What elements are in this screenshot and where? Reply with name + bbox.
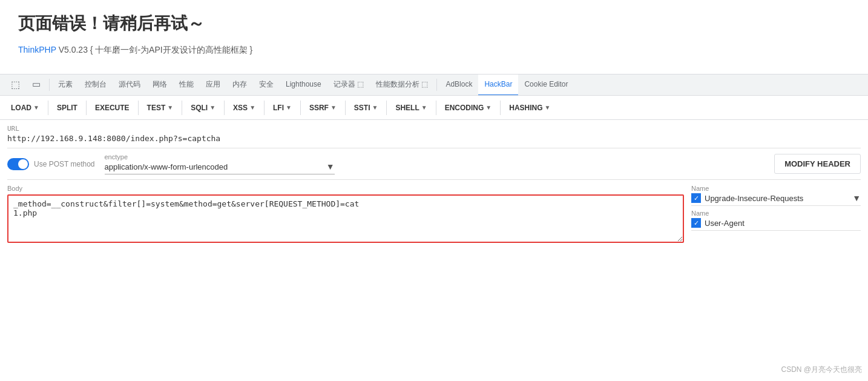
hackbar-content: URL http://192.168.9.148:8080/index.php?… (0, 120, 868, 250)
tab-separator-2 (436, 79, 437, 91)
page-subtitle: ThinkPHP V5.0.23 { 十年磨一剑-为API开发设计的高性能框架 … (18, 45, 850, 56)
tab-cookie-editor[interactable]: Cookie Editor (518, 74, 574, 96)
tab-console[interactable]: 控制台 (79, 74, 113, 96)
body-textarea[interactable]: _method=__construct&filter[]=system&meth… (7, 194, 684, 243)
toolbar-divider-7 (300, 101, 301, 115)
enctype-label: enctype (105, 153, 765, 161)
encoding-arrow-icon: ▼ (485, 104, 492, 111)
page-title: 页面错误！请稍后再试～ (18, 12, 850, 35)
test-arrow-icon: ▼ (167, 104, 173, 111)
tab-adblock[interactable]: AdBlock (439, 74, 478, 96)
header-item-1: Name ✓ Upgrade-Insecure-Requests ▼ (691, 185, 861, 206)
modify-header-button[interactable]: MODIFY HEADER (774, 154, 861, 174)
tab-recorder[interactable]: 记录器 ⬚ (327, 74, 370, 96)
ssti-button[interactable]: SSTI ▼ (348, 98, 384, 118)
shell-arrow-icon: ▼ (421, 104, 427, 111)
enctype-value: application/x-www-form-urlencoded (105, 162, 228, 171)
subtitle-text: V5.0.23 { 十年磨一剑-为API开发设计的高性能框架 } (56, 45, 252, 55)
url-section: URL http://192.168.9.148:8080/index.php?… (7, 125, 861, 148)
load-arrow-icon: ▼ (33, 104, 39, 111)
header-checkbox-2[interactable]: ✓ (691, 218, 701, 228)
devtools-tabs: ⬚ ▭ 元素 控制台 源代码 网络 性能 应用 内存 安全 Lighthouse… (0, 74, 868, 96)
header-value-2: User-Agent (705, 219, 861, 228)
body-label: Body (7, 185, 684, 192)
header-value-1: Upgrade-Insecure-Requests (705, 194, 849, 203)
tab-lighthouse[interactable]: Lighthouse (280, 74, 327, 96)
url-label: URL (7, 125, 861, 133)
test-button[interactable]: TEST ▼ (141, 98, 180, 118)
enctype-section: enctype application/x-www-form-urlencode… (105, 153, 765, 174)
toolbar-divider-2 (86, 101, 87, 115)
xss-button[interactable]: XSS ▼ (227, 98, 261, 118)
ssti-arrow-icon: ▼ (372, 104, 378, 111)
xss-arrow-icon: ▼ (249, 104, 255, 111)
toolbar-divider-6 (264, 101, 265, 115)
tab-sources[interactable]: 源代码 (113, 74, 146, 96)
body-section: Body _method=__construct&filter[]=system… (7, 185, 861, 245)
sqli-button[interactable]: SQLI ▼ (185, 98, 222, 118)
thinkphp-link[interactable]: ThinkPHP (18, 45, 56, 55)
tab-inspect-icon[interactable]: ⬚ (5, 74, 26, 96)
tab-hackbar[interactable]: HackBar (478, 74, 518, 96)
header-row-1: ✓ Upgrade-Insecure-Requests ▼ (691, 193, 861, 206)
method-row: Use POST method enctype application/x-ww… (7, 153, 861, 180)
header-item-2: Name ✓ User-Agent (691, 210, 861, 231)
hashing-arrow-icon: ▼ (545, 104, 551, 111)
tab-separator (49, 79, 50, 91)
tab-performance-insights[interactable]: 性能数据分析 ⬚ (370, 74, 434, 96)
tab-network[interactable]: 网络 (146, 74, 173, 96)
load-button[interactable]: LOAD ▼ (5, 98, 45, 118)
lfi-arrow-icon: ▼ (286, 104, 292, 111)
tab-elements[interactable]: 元素 (52, 74, 79, 96)
post-method-toggle[interactable] (7, 158, 29, 170)
header-checkbox-1[interactable]: ✓ (691, 193, 701, 203)
enctype-select[interactable]: application/x-www-form-urlencoded ▼ (105, 162, 335, 174)
lfi-button[interactable]: LFI ▼ (267, 98, 298, 118)
tab-security[interactable]: 安全 (253, 74, 280, 96)
sqli-arrow-icon: ▼ (209, 104, 215, 111)
header-name-label-1: Name (691, 185, 861, 192)
url-value: http://192.168.9.148:8080/index.php?s=ca… (7, 134, 861, 143)
header-dropdown-icon-1: ▼ (852, 193, 861, 203)
inspect-icon: ⬚ (11, 79, 20, 90)
encoding-button[interactable]: ENCODING ▼ (439, 98, 498, 118)
split-button[interactable]: SPLIT (51, 98, 84, 118)
execute-button[interactable]: EXECUTE (89, 98, 136, 118)
toolbar-divider-4 (182, 101, 182, 115)
body-right: Name ✓ Upgrade-Insecure-Requests ▼ Name … (691, 185, 861, 245)
toolbar-divider-8 (345, 101, 346, 115)
hackbar-toolbar: LOAD ▼ SPLIT EXECUTE TEST ▼ SQLI ▼ XSS ▼… (0, 96, 868, 120)
toolbar-divider-3 (138, 101, 139, 115)
tab-device-icon[interactable]: ▭ (26, 74, 47, 96)
ssrf-button[interactable]: SSRF ▼ (303, 98, 343, 118)
toggle-container: Use POST method (7, 158, 95, 170)
body-left: Body _method=__construct&filter[]=system… (7, 185, 684, 245)
header-name-label-2: Name (691, 210, 861, 217)
toolbar-divider-9 (386, 101, 387, 115)
tab-performance[interactable]: 性能 (173, 74, 200, 96)
toolbar-divider-1 (48, 101, 48, 115)
tab-application[interactable]: 应用 (200, 74, 226, 96)
toolbar-divider-11 (500, 101, 501, 115)
post-method-label: Use POST method (34, 160, 95, 168)
ssrf-arrow-icon: ▼ (330, 104, 337, 111)
hashing-button[interactable]: HASHING ▼ (503, 98, 556, 118)
tab-memory[interactable]: 内存 (226, 74, 253, 96)
toolbar-divider-5 (224, 101, 225, 115)
device-icon: ▭ (32, 79, 41, 90)
shell-button[interactable]: SHELL ▼ (389, 98, 433, 118)
toolbar-divider-10 (436, 101, 436, 115)
header-row-2: ✓ User-Agent (691, 218, 861, 231)
enctype-dropdown-icon: ▼ (326, 162, 335, 171)
page-content: 页面错误！请稍后再试～ ThinkPHP V5.0.23 { 十年磨一剑-为AP… (0, 0, 868, 74)
